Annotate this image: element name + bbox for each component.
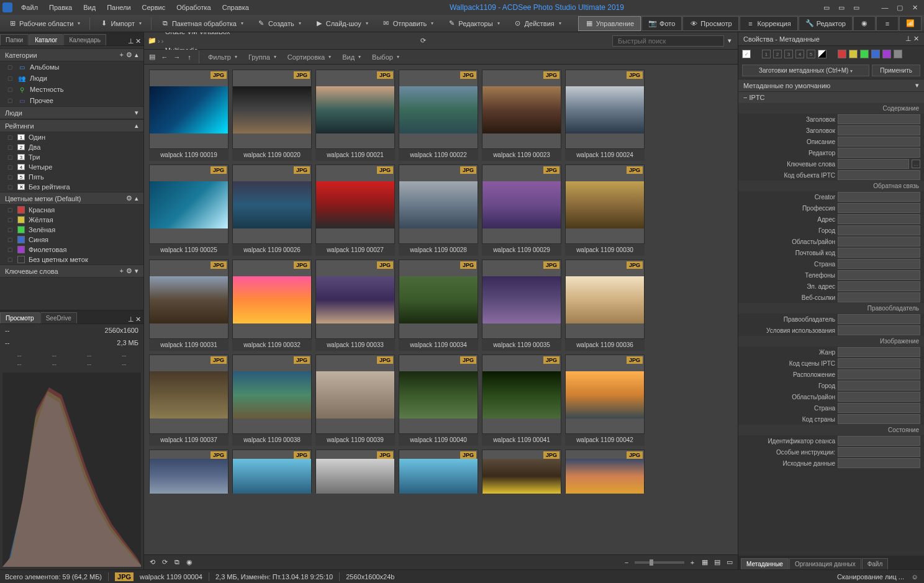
thumbnail[interactable]: JPGwalpack 1109 00026 [232,165,312,256]
maximize-button[interactable]: ▢ [893,2,907,13]
tab-calendar[interactable]: Календарь [63,34,106,45]
select-dropdown[interactable]: Выбор [368,52,403,62]
minimize-button[interactable]: — [878,2,892,13]
iptc-input[interactable] [838,381,920,391]
iptc-input[interactable] [838,170,920,180]
thumbnail[interactable]: JPGwalpack 1109 00047 [482,450,561,493]
mode-view[interactable]: 👁Просмотр [682,16,738,31]
iptc-input[interactable] [838,447,920,457]
actions-button[interactable]: ⊙Действия [508,17,567,30]
add-icon[interactable]: + [120,267,124,275]
iptc-input[interactable] [838,214,920,224]
tab-organize[interactable]: Организация данных [789,558,861,569]
pin-icon[interactable]: ⊥ [128,37,134,45]
thumbnail[interactable]: JPGwalpack 1109 00043 [149,450,229,493]
layout-icon[interactable]: ▭ [849,2,863,13]
keywords-more-button[interactable]: … [912,160,920,168]
iptc-input[interactable] [838,369,920,379]
thumbnail[interactable]: JPGwalpack 1109 00036 [565,260,645,351]
tag-checkbox[interactable]: ✓ [742,50,751,58]
pin-icon[interactable]: ⊥ [905,35,912,43]
thumbnail[interactable]: JPGwalpack 1109 00040 [399,355,478,446]
rating-3[interactable]: 3 [784,50,793,58]
thumbnail[interactable]: JPGwalpack 1109 00042 [565,355,645,446]
iptc-input[interactable] [838,125,920,135]
tab-preview[interactable]: Просмотр [0,312,40,323]
tab-metadata[interactable]: Метаданные [741,558,789,569]
iptc-input[interactable] [838,325,920,335]
filter-dropdown[interactable]: Фильтр [204,52,241,62]
tab-folders[interactable]: Папки [0,34,29,45]
search-input[interactable] [612,35,724,47]
thumbnail[interactable]: JPGwalpack 1109 00034 [399,260,478,351]
collapse-icon[interactable]: ▴ [135,194,138,202]
nav-up-icon[interactable]: ↑ [185,53,194,61]
iptc-input[interactable] [838,225,920,235]
color-label-item[interactable]: Жёлтая [0,215,143,225]
thumbnail[interactable]: JPGwalpack 1109 00035 [482,260,561,351]
group-dropdown[interactable]: Группа [245,52,280,62]
thumbnail[interactable]: JPGwalpack 1109 00038 [232,355,312,446]
iptc-input[interactable] [838,292,920,302]
thumbnail[interactable]: JPGwalpack 1109 00048 [565,450,645,493]
section-keywords[interactable]: Ключевые слова+⚙▾ [0,264,143,278]
mode-correct[interactable]: ≡Коррекция [740,16,798,31]
thumbnail[interactable]: JPGwalpack 1109 00023 [482,70,561,161]
thumbnail[interactable]: JPGwalpack 1109 00037 [149,355,229,446]
mode-photo[interactable]: 📷Фото [641,16,682,31]
expand-icon[interactable]: ▾ [135,109,138,117]
iptc-input[interactable] [838,192,920,202]
cat-locations[interactable]: ⚲Местность [0,84,143,95]
rating-item[interactable]: 5Пять [0,172,143,182]
rating-none[interactable] [818,50,827,58]
thumbnail[interactable]: JPGwalpack 1109 00039 [315,355,395,446]
expand-icon[interactable]: ▾ [135,267,138,275]
close-icon[interactable]: ✕ [135,315,141,323]
compare-icon[interactable]: ⧉ [173,558,181,567]
mode-extra[interactable]: ≡ [876,16,899,31]
iptc-input[interactable] [838,148,920,158]
thumbnail[interactable]: JPGwalpack 1109 00021 [315,70,395,161]
nav-back-icon[interactable]: ← [160,53,169,61]
zoom-in-icon[interactable]: + [688,558,697,567]
cat-albums[interactable]: ▭Альбомы [0,61,143,73]
menu-edit[interactable]: Правка [44,2,77,13]
iptc-section[interactable]: − IPTC [738,91,924,103]
rotate-right-icon[interactable]: ⟳ [160,558,169,567]
rating-item[interactable]: ✕Без рейтинга [0,182,143,192]
iptc-input[interactable] [838,358,920,368]
section-people[interactable]: Люди▾ [0,106,143,119]
thumbnail[interactable]: JPGwalpack 1109 00027 [315,165,395,256]
details-icon[interactable]: ▤ [713,558,722,567]
create-button[interactable]: ✎Создать [251,17,307,30]
record-icon[interactable]: ◉ [185,558,194,567]
gear-icon[interactable]: ⚙ [126,194,132,202]
filmstrip-icon[interactable]: ▭ [725,558,734,567]
thumbnail[interactable]: JPGwalpack 1109 00031 [149,260,229,351]
menu-tools[interactable]: Сервис [137,2,171,13]
mode-manage[interactable]: ▦Управление [578,16,641,31]
iptc-input[interactable] [838,414,920,424]
mode-extra[interactable]: 📶 [899,16,922,31]
color-yellow[interactable] [849,50,858,58]
thumbnail[interactable]: JPGwalpack 1109 00046 [399,450,478,493]
iptc-input[interactable] [838,403,920,413]
iptc-input[interactable] [838,314,920,324]
rating-4[interactable]: 4 [795,50,804,58]
menu-file[interactable]: Файл [16,2,43,13]
rotate-left-icon[interactable]: ⟲ [148,558,156,567]
add-icon[interactable]: + [120,51,124,59]
thumbnail[interactable]: JPGwalpack 1109 00024 [565,70,645,161]
view-dropdown[interactable]: Вид [338,52,365,62]
iptc-input[interactable] [838,203,920,213]
close-button[interactable]: ✕ [908,2,922,13]
thumbnail[interactable]: JPGwalpack 1109 00032 [232,260,312,351]
cat-people[interactable]: 👥Люди [0,73,143,84]
section-color-labels[interactable]: Цветные метки (Default)⚙▴ [0,192,143,205]
iptc-input[interactable] [838,458,920,468]
rating-item[interactable]: 2Два [0,142,143,152]
sort-dropdown[interactable]: Сортировка [284,52,335,62]
pin-icon[interactable]: ⊥ [128,315,134,323]
thumbnail[interactable]: JPGwalpack 1109 00029 [482,165,561,256]
close-icon[interactable]: ✕ [135,37,141,45]
